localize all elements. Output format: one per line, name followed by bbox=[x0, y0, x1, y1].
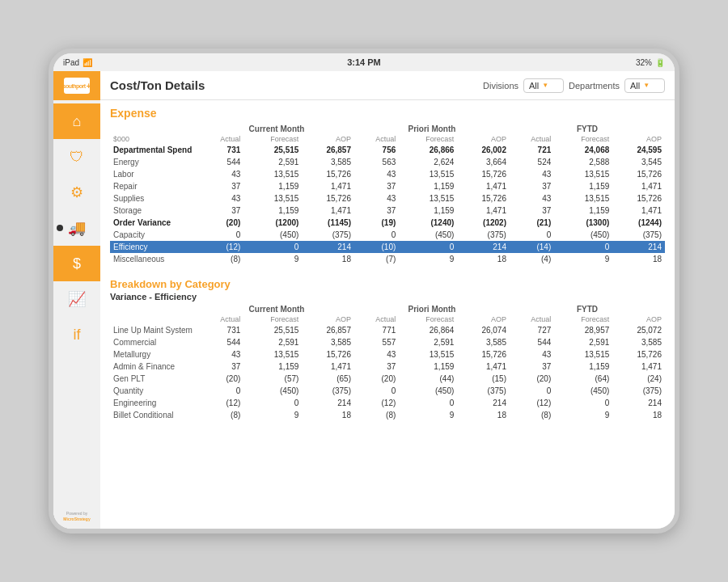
breakdown-label-4: Gen PLT bbox=[110, 373, 199, 385]
wifi-icon: 📶 bbox=[83, 58, 92, 67]
expense-val-9-5: 18 bbox=[457, 253, 510, 265]
expense-label-3: Repair bbox=[110, 180, 199, 192]
sidebar-item-shield[interactable]: 🛡 bbox=[53, 139, 100, 175]
expense-val-1-1: 2,591 bbox=[243, 156, 302, 168]
breakdown-empty-header bbox=[110, 305, 199, 314]
logo-plus: + bbox=[87, 82, 91, 91]
expense-val-6-8: (1244) bbox=[612, 217, 665, 229]
breakdown-row-6: Engineering(12)0214(12)0214(12)0214 bbox=[110, 397, 665, 409]
expense-val-0-6: 721 bbox=[510, 144, 554, 156]
divisions-arrow: ▼ bbox=[542, 82, 548, 89]
breakdown-val-6-5: 214 bbox=[457, 397, 510, 409]
breakdown-val-1-6: 544 bbox=[510, 336, 554, 348]
breakdown-val-7-0: (8) bbox=[199, 409, 243, 421]
breakdown-label-1: Commercial bbox=[110, 336, 199, 348]
expense-row-3: Repair371,1591,471371,1591,471371,1591,4… bbox=[110, 180, 665, 192]
breakdown-val-0-4: 26,864 bbox=[399, 324, 457, 336]
expense-val-4-7: 13,515 bbox=[554, 192, 612, 205]
sidebar-dot bbox=[57, 225, 63, 231]
breakdown-val-4-5: (15) bbox=[457, 373, 510, 385]
expense-val-3-6: 37 bbox=[510, 180, 554, 192]
col-forecast-3: Forecast bbox=[554, 133, 612, 144]
breakdown-val-6-0: (12) bbox=[199, 397, 243, 409]
expense-val-0-5: 26,002 bbox=[457, 144, 510, 156]
expense-val-4-1: 13,515 bbox=[243, 192, 302, 205]
breakdown-val-6-7: 0 bbox=[554, 397, 612, 409]
expense-val-7-3: 0 bbox=[354, 229, 399, 241]
col-aop-1: AOP bbox=[302, 133, 354, 144]
expense-label-6: Order Variance bbox=[110, 217, 199, 229]
expense-row-2: Labor4313,51515,7264313,51515,7264313,51… bbox=[110, 168, 665, 180]
breakdown-val-0-3: 771 bbox=[354, 324, 399, 336]
breakdown-val-7-2: 18 bbox=[302, 409, 354, 421]
sidebar-item-coin[interactable]: $ bbox=[53, 246, 100, 281]
breakdown-row-1: Commercial5442,5913,5855572,5913,5855442… bbox=[110, 336, 665, 348]
content-scroll[interactable]: Expense Current Month Priori Month FYTD … bbox=[100, 100, 675, 529]
breakdown-val-2-3: 43 bbox=[354, 348, 399, 361]
sidebar-logo: southport + bbox=[53, 71, 100, 100]
expense-row-1: Energy5442,5913,5855632,6243,6645242,588… bbox=[110, 156, 665, 168]
sidebar-item-gear[interactable]: ⚙ bbox=[53, 175, 100, 210]
flag-icon: if bbox=[74, 327, 81, 344]
breakdown-val-2-1: 13,515 bbox=[243, 348, 302, 361]
breakdown-val-5-8: (375) bbox=[612, 385, 665, 397]
chart-icon: 📈 bbox=[68, 290, 86, 308]
departments-arrow: ▼ bbox=[643, 82, 650, 89]
sidebar-item-chart[interactable]: 📈 bbox=[53, 281, 100, 317]
breakdown-val-3-8: 1,471 bbox=[612, 361, 665, 373]
sidebar-item-flag[interactable]: if bbox=[53, 317, 100, 352]
expense-val-9-3: (7) bbox=[354, 253, 399, 265]
breakdown-val-3-4: 1,159 bbox=[399, 361, 457, 373]
breakdown-val-6-8: 214 bbox=[612, 397, 665, 409]
breakdown-label-7: Billet Conditional bbox=[110, 409, 199, 421]
bd-actual-1: Actual bbox=[199, 314, 243, 324]
breakdown-val-7-8: 18 bbox=[612, 409, 665, 421]
expense-val-2-4: 13,515 bbox=[399, 168, 457, 180]
breakdown-title: Breakdown by Category bbox=[110, 278, 665, 290]
breakdown-val-4-1: (57) bbox=[243, 373, 302, 385]
expense-row-8: Efficiency(12)0214(10)0214(14)0214 bbox=[110, 241, 665, 253]
units-row: $000 Actual Forecast AOP Actual Forecast… bbox=[110, 133, 665, 144]
priori-month-header: Priori Month bbox=[354, 124, 510, 133]
battery-label: 32% bbox=[636, 58, 652, 67]
bd-aop-2: AOP bbox=[457, 314, 510, 324]
breakdown-val-7-6: (8) bbox=[510, 409, 554, 421]
breakdown-col-group-row: Current Month Priori Month FYTD bbox=[110, 305, 665, 314]
breakdown-val-5-7: (450) bbox=[554, 385, 612, 397]
breakdown-val-3-3: 37 bbox=[354, 361, 399, 373]
breakdown-row-2: Metallurgy4313,51515,7264313,51515,72643… bbox=[110, 348, 665, 361]
sidebar-item-truck[interactable]: 🚚 bbox=[53, 210, 100, 246]
breakdown-val-0-0: 731 bbox=[199, 324, 243, 336]
sidebar: southport + ⌂ 🛡 ⚙ 🚚 bbox=[53, 71, 100, 529]
breakdown-val-4-4: (44) bbox=[399, 373, 457, 385]
bd-actual-2: Actual bbox=[354, 314, 399, 324]
col-aop-3: AOP bbox=[612, 133, 665, 144]
breakdown-val-6-1: 0 bbox=[243, 397, 302, 409]
expense-row-7: Capacity0(450)(375)0(450)(375)0(450)(375… bbox=[110, 229, 665, 241]
bd-actual-3: Actual bbox=[510, 314, 554, 324]
expense-val-2-1: 13,515 bbox=[243, 168, 302, 180]
sidebar-item-home[interactable]: ⌂ bbox=[53, 103, 100, 139]
expense-row-0: Departmental Spend73125,51526,85775626,8… bbox=[110, 144, 665, 156]
sidebar-bottom: Powered by MicroStrategy bbox=[53, 511, 100, 529]
status-right: 32% 🔋 bbox=[636, 58, 665, 67]
breakdown-val-2-7: 13,515 bbox=[554, 348, 612, 361]
breakdown-fytd: FYTD bbox=[510, 305, 665, 314]
expense-val-5-5: 1,471 bbox=[457, 205, 510, 217]
breakdown-val-3-5: 1,471 bbox=[457, 361, 510, 373]
expense-val-0-1: 25,515 bbox=[243, 144, 302, 156]
breakdown-val-2-8: 15,726 bbox=[612, 348, 665, 361]
breakdown-label-5: Quantity bbox=[110, 385, 199, 397]
header: Cost/Ton Details Divisions All ▼ Departm… bbox=[100, 71, 675, 100]
expense-val-8-1: 0 bbox=[243, 241, 302, 253]
departments-dropdown[interactable]: All ▼ bbox=[624, 78, 665, 93]
expense-val-6-3: (19) bbox=[354, 217, 399, 229]
breakdown-label-6: Engineering bbox=[110, 397, 199, 409]
expense-val-0-7: 24,068 bbox=[554, 144, 612, 156]
expense-val-8-6: (14) bbox=[510, 241, 554, 253]
breakdown-val-4-2: (65) bbox=[302, 373, 354, 385]
expense-val-5-8: 1,471 bbox=[612, 205, 665, 217]
bd-aop-3: AOP bbox=[612, 314, 665, 324]
expense-val-6-7: (1300) bbox=[554, 217, 612, 229]
divisions-dropdown[interactable]: All ▼ bbox=[523, 78, 564, 93]
